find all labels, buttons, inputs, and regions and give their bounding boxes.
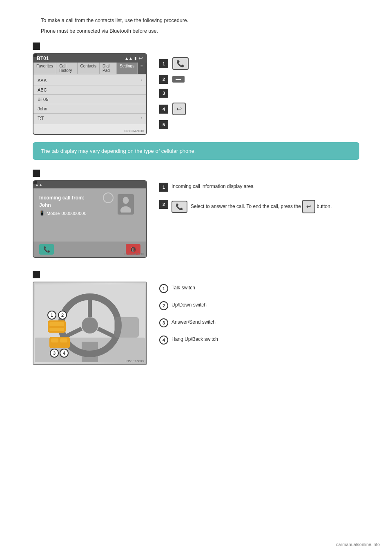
avatar-icon [120,196,132,213]
incoming-item-2-text: Select to answer the call. To end the ca… [191,200,332,213]
incoming-screen: 1 ▲▲ Incoming call from: John 📱 Mobile 0… [33,180,147,258]
answer-phone-icon: 📞 [176,203,183,210]
steering-img-area: 1 2 3 4 [33,282,146,364]
steering-item-2-text: Up/Down switch [172,301,207,309]
top-para-1: To make a call from the contacts list, u… [41,16,351,25]
steering-num-items: 1 Talk switch 2 Up/Down switch 3 Answer/… [159,282,218,347]
top-text-area: To make a call from the contacts list, u… [0,8,392,39]
section-contacts: 2 BT01 ▲▲ ▮ ↩ Favorites Call History Con… [0,39,392,138]
badge-4: 4 [159,105,168,114]
section-steering: 1 2 3 4 [0,268,392,368]
svg-text:4: 4 [63,351,66,356]
minus-icon-btn: — [172,76,185,83]
page: To make a call from the contacts list, u… [0,0,392,555]
svg-rect-11 [49,322,64,326]
phone-number: 0000000000 [61,211,86,216]
contact-name-bt05: BT05 [38,97,48,102]
steering-mockup: 1 2 3 4 [33,282,147,365]
steering-item-3: 3 Answer/Send switch [159,318,218,327]
steering-item-4-text: Hang Up/Back switch [172,336,218,343]
steering-item-4: 4 Hang Up/Back switch [159,336,218,345]
steering-badge-3: 3 [159,318,168,327]
steering-svg: 1 2 3 4 [35,284,145,362]
svg-point-1 [120,206,131,213]
tab-contacts[interactable]: Contacts [78,63,100,74]
steering-item-3-text: Answer/Send switch [172,318,216,326]
section-contacts-header [33,43,359,50]
screen-code-incoming: CLY03AZ030 [125,252,144,256]
top-para-2: Phone must be connected via Bluetooth be… [41,27,351,35]
contacts-num-item-5: 5 [159,120,189,129]
tab-settings[interactable]: Settings [117,63,138,74]
watermark: carmanualsonline.info [336,542,380,547]
contacts-num-item-4: 4 ↩ [159,103,189,115]
list-item-aaa[interactable]: AAA › [33,76,146,85]
screen-code-contacts: CLY03AZ030 [125,129,144,133]
contacts-num-items: 1 📞 2 — 3 4 ↩ [159,53,189,129]
battery-icon: ▮ [134,56,137,60]
svg-rect-18 [51,338,58,342]
badge-1: 1 [159,59,168,68]
section-incoming-header [33,170,359,177]
badge-2: 2 [159,75,168,84]
answer-btn[interactable]: 📞 [39,244,54,255]
svg-point-6 [82,317,98,333]
watermark-text: carmanualsonline.info [336,542,380,547]
screen-tabs: Favorites Call History Contacts Dial Pad… [33,63,146,74]
tab-favorites[interactable]: Favorites [33,63,56,74]
section-steering-square [33,271,40,278]
section-incoming: 1 ▲▲ Incoming call from: John 📱 Mobile 0… [0,166,392,261]
tab-callhistory[interactable]: Call History [56,63,77,74]
screen-top-bar: BT01 ▲▲ ▮ ↩ [33,54,146,63]
list-item-tt[interactable]: T:T › [33,114,146,123]
steering-item-1-text: Talk switch [172,284,195,291]
incoming-diagram-row: 1 ▲▲ Incoming call from: John 📱 Mobile 0… [33,180,359,258]
mobile-phone-icon: 📱 [39,210,45,216]
svg-text:3: 3 [53,351,56,356]
contact-name-aaa: AAA [38,78,47,83]
return-icon-inline: ↩ [306,202,311,211]
contacts-diagram-row: 2 BT01 ▲▲ ▮ ↩ Favorites Call History Con… [33,53,359,135]
contacts-num-item-1: 1 📞 [159,57,189,70]
steering-badge-2: 2 [159,301,168,310]
steering-badge-4: 4 [159,336,168,345]
incoming-top-bar: ▲▲ [33,181,146,188]
incoming-content: Incoming call from: John 📱 Mobile 000000… [33,188,146,242]
incoming-badge-num-1: 1 [159,183,168,192]
top-bar-icons: ▲▲ ▮ ↩ [125,55,143,61]
screen-badge-2: 2 [33,53,37,57]
steering-code: IN59E16003 [126,359,144,363]
return-inline-icon: ↩ [302,200,315,213]
badge-3: 3 [159,89,168,98]
contacts-num-item-2: 2 — [159,75,189,84]
list-item-abc[interactable]: ABC [33,85,146,95]
bt-label: BT01 [37,56,49,61]
svg-rect-19 [60,338,67,342]
back-arrow-icon: ↩ [138,55,143,61]
svg-text:1: 1 [51,313,53,318]
steering-item-1: 1 Talk switch [159,284,218,293]
caller-avatar [118,194,134,215]
list-item-john[interactable]: John [33,104,146,114]
screen-contact-list: AAA › ABC BT05 John T:T › [33,74,146,124]
section-square-icon [33,43,40,50]
tab-menu[interactable]: ≡ [138,63,146,74]
tab-dialpad[interactable]: Dial Pad [100,63,117,74]
svg-rect-12 [49,328,64,331]
contact-name-john: John [38,106,47,111]
call-timer-circle [103,192,114,203]
list-item-bt05[interactable]: BT05 [33,95,146,104]
incoming-num-items: 1 Incoming call information display area… [159,180,332,216]
contact-name-abc: ABC [38,87,47,92]
incoming-item-1-text: Incoming call information display area [172,183,254,190]
incoming-item-2: 2 📞 Select to answer the call. To end th… [159,200,332,213]
incoming-badge-num-2: 2 [159,200,168,209]
contact-arrow-aaa: › [141,78,142,83]
mobile-label: Mobile [47,211,60,216]
svg-rect-24 [114,317,139,338]
svg-text:2: 2 [61,313,64,318]
steering-item-2: 2 Up/Down switch [159,301,218,310]
phone-handset-icon: 📞 [176,60,185,67]
badge-5: 5 [159,120,168,129]
signal-icon: ▲▲ [125,56,133,60]
